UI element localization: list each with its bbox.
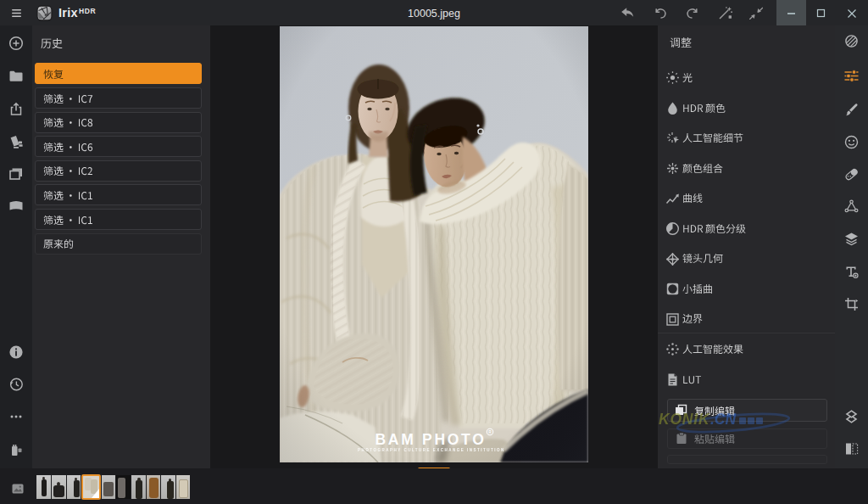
svg-text:PHOTOGRAPHY CULTURE EXCHANGE I: PHOTOGRAPHY CULTURE EXCHANGE INSTITUTION [358, 448, 505, 452]
svg-text:BAM PHOTO: BAM PHOTO [376, 431, 487, 448]
svg-text:R: R [488, 430, 492, 434]
